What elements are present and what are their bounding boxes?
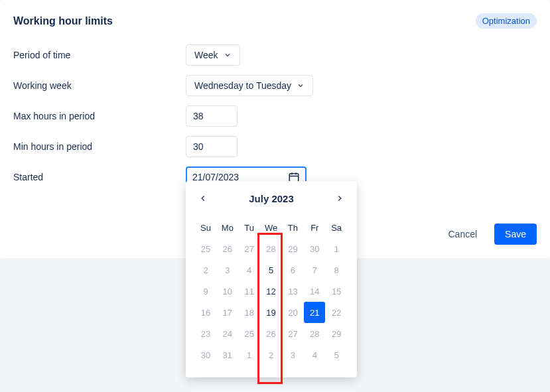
started-label: Started [13,172,186,182]
calendar-day[interactable]: 5 [326,344,347,365]
calendar-day[interactable]: 18 [239,302,260,323]
calendar-day[interactable]: 9 [195,281,216,302]
calendar-day[interactable]: 13 [282,281,303,302]
calendar-day[interactable]: 29 [326,323,347,344]
calendar-day[interactable]: 3 [217,259,238,281]
working-week-value: Wednesday to Tuesday [194,80,291,91]
cancel-button[interactable]: Cancel [441,224,484,245]
working-week-label: Working week [13,80,186,91]
period-select[interactable]: Week [186,44,240,66]
calendar-day[interactable]: 24 [217,323,238,344]
calendar-day[interactable]: 10 [217,281,238,302]
next-month-button[interactable] [332,190,348,206]
calendar-day[interactable]: 8 [326,259,347,281]
calendar-day[interactable]: 7 [304,259,325,281]
day-of-week-header: Tu [239,217,260,238]
calendar-day[interactable]: 12 [261,281,282,302]
calendar-day[interactable]: 21 [304,302,325,323]
calendar-day[interactable]: 25 [239,323,260,344]
calendar-day[interactable]: 1 [239,344,260,365]
calendar-day[interactable]: 19 [261,302,282,323]
max-hours-input[interactable] [186,105,238,127]
calendar-day[interactable]: 30 [195,344,216,365]
date-picker-header: July 2023 [195,190,348,206]
date-picker-popover: July 2023 SuMoTuWeThFrSa2526272829301234… [186,181,357,377]
optimization-badge: Optimization [476,13,537,29]
max-hours-label: Max hours in period [13,111,186,121]
calendar-day[interactable]: 25 [195,238,216,259]
day-of-week-header: We [261,217,282,238]
calendar-day[interactable]: 16 [195,302,216,323]
max-hours-row: Max hours in period [13,105,537,127]
min-hours-label: Min hours in period [13,141,186,152]
chevron-down-icon [224,51,232,59]
panel-title: Working hour limits [13,15,113,27]
calendar-day[interactable]: 28 [261,238,282,259]
calendar-day[interactable]: 1 [326,238,347,259]
svg-rect-0 [289,174,299,182]
period-row: Period of time Week [13,44,537,66]
calendar-day[interactable]: 4 [304,344,325,365]
calendar-day[interactable]: 11 [239,281,260,302]
calendar-day[interactable]: 28 [304,323,325,344]
day-of-week-header: Sa [326,217,347,238]
save-button[interactable]: Save [494,224,537,245]
calendar-day[interactable]: 2 [261,344,282,365]
calendar-day[interactable]: 2 [195,259,216,281]
min-hours-row: Min hours in period [13,136,537,157]
calendar-day[interactable]: 5 [261,259,282,281]
calendar-day[interactable]: 30 [304,238,325,259]
calendar-day[interactable]: 31 [217,344,238,365]
day-of-week-header: Su [195,217,216,238]
date-picker-month: July 2023 [249,193,294,204]
calendar-day[interactable]: 3 [282,344,303,365]
calendar-day[interactable]: 14 [304,281,325,302]
working-week-row: Working week Wednesday to Tuesday [13,75,537,96]
date-picker-grid: SuMoTuWeThFrSa25262728293012345678910111… [195,217,348,365]
calendar-day[interactable]: 27 [239,238,260,259]
prev-month-button[interactable] [195,190,211,206]
period-value: Week [194,50,218,60]
calendar-day[interactable]: 17 [217,302,238,323]
chevron-down-icon [297,82,305,90]
calendar-day[interactable]: 29 [282,238,303,259]
day-of-week-header: Fr [304,217,325,238]
calendar-day[interactable]: 6 [282,259,303,281]
calendar-day[interactable]: 26 [261,323,282,344]
calendar-day[interactable]: 4 [239,259,260,281]
calendar-day[interactable]: 22 [326,302,347,323]
calendar-day[interactable]: 20 [282,302,303,323]
calendar-day[interactable]: 26 [217,238,238,259]
calendar-day[interactable]: 15 [326,281,347,302]
day-of-week-header: Th [282,217,303,238]
day-of-week-header: Mo [217,217,238,238]
calendar-day[interactable]: 27 [282,323,303,344]
panel-header: Working hour limits Optimization [13,13,537,29]
period-label: Period of time [13,50,186,60]
min-hours-input[interactable] [186,136,238,157]
working-week-select[interactable]: Wednesday to Tuesday [186,75,313,96]
calendar-day[interactable]: 23 [195,323,216,344]
